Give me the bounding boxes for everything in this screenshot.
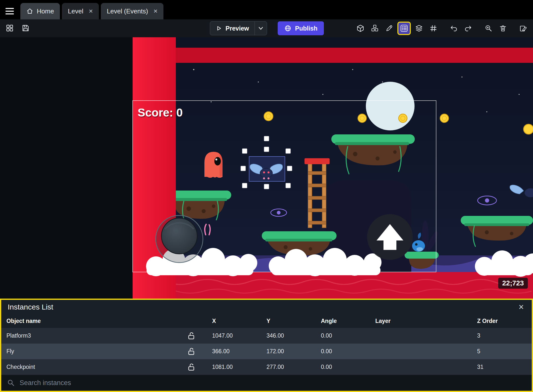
grid-icon — [429, 24, 437, 32]
undo-button[interactable] — [448, 22, 460, 35]
preview-label: Preview — [226, 25, 249, 32]
instances-panel-title: Instances List — [8, 303, 517, 311]
tab-level-label: Level — [68, 7, 83, 15]
tab-level-events-label: Level (Events) — [107, 7, 148, 15]
close-icon[interactable]: × — [153, 8, 157, 15]
search-input[interactable] — [19, 379, 526, 387]
delete-button[interactable] — [497, 22, 509, 35]
app-window: Home Level × Level (Events) × — [0, 0, 533, 392]
column-z-order: Z Order — [471, 318, 532, 324]
pencil-icon — [385, 24, 393, 32]
save-icon — [22, 24, 30, 32]
column-x: X — [206, 318, 261, 324]
toolbar: Preview Publish — [0, 19, 533, 37]
publish-label: Publish — [295, 25, 317, 32]
instance-name: Platform3 — [1, 332, 176, 339]
objects-button[interactable] — [369, 22, 381, 35]
instance-x: 1047.00 — [206, 332, 261, 339]
instances-list-button[interactable] — [399, 23, 410, 34]
instances-list-icon — [400, 24, 408, 32]
close-icon[interactable]: × — [89, 8, 93, 15]
table-row[interactable]: Fly 366.00 172.00 0.00 5 — [1, 344, 532, 359]
table-row[interactable]: Platform3 1047.00 346.00 0.00 3 — [1, 328, 532, 344]
score-hud-text: Score: 0 — [138, 106, 183, 119]
zoom-in-icon — [485, 24, 493, 32]
tab-home-label: Home — [37, 7, 54, 15]
instances-table-header: Object name X Y Angle Layer Z Order — [1, 314, 532, 328]
trash-icon — [499, 24, 507, 32]
tab-level[interactable]: Level × — [62, 3, 99, 19]
scene-art — [0, 37, 533, 299]
lock-icon[interactable] — [188, 363, 195, 371]
publish-button[interactable]: Publish — [278, 21, 324, 35]
instance-z-order: 5 — [471, 348, 532, 355]
instances-list-highlight — [397, 22, 411, 35]
preview-button-group: Preview — [210, 21, 267, 35]
layers-button[interactable] — [413, 22, 425, 35]
instance-angle: 0.00 — [315, 364, 369, 370]
tab-level-events[interactable]: Level (Events) × — [101, 3, 164, 19]
menu-icon[interactable] — [5, 8, 14, 14]
instance-x: 1081.00 — [206, 364, 261, 370]
layers-icon — [415, 24, 423, 32]
play-icon — [216, 25, 222, 32]
instances-panel: Instances List × Object name X Y Angle L… — [0, 299, 533, 392]
moon-sprite[interactable] — [366, 82, 415, 130]
player-sprite[interactable] — [204, 152, 223, 178]
column-layer: Layer — [369, 318, 471, 324]
tab-home[interactable]: Home — [20, 3, 60, 19]
instance-y: 172.00 — [261, 348, 315, 355]
chevron-down-icon — [259, 27, 263, 30]
red-strip-sprite[interactable] — [133, 48, 533, 63]
cursor-coordinates-badge: 22;723 — [498, 278, 528, 289]
instance-y: 277.00 — [261, 364, 315, 370]
joystick-control[interactable] — [156, 215, 203, 263]
preview-button[interactable]: Preview — [210, 22, 255, 35]
edit-object-button[interactable] — [383, 22, 395, 35]
grid-button[interactable] — [427, 22, 440, 35]
edit-scene-icon — [519, 24, 527, 32]
close-icon[interactable]: × — [517, 303, 525, 312]
column-angle: Angle — [315, 318, 369, 324]
redo-icon — [464, 24, 472, 32]
objects-icon — [371, 24, 379, 32]
instance-angle: 0.00 — [315, 348, 369, 355]
save-button[interactable] — [19, 22, 32, 34]
toolbar-right-icons — [354, 21, 530, 35]
instances-search-bar — [1, 375, 532, 391]
instance-z-order: 31 — [471, 364, 532, 370]
instance-y: 346.00 — [261, 332, 315, 339]
column-object-name: Object name — [1, 318, 176, 324]
lock-icon[interactable] — [188, 332, 195, 340]
table-row[interactable]: Checkpoint 1081.00 277.00 0.00 31 — [1, 359, 532, 375]
preview-options-button[interactable] — [255, 22, 267, 35]
jump-button-control[interactable] — [367, 214, 413, 260]
redo-button[interactable] — [462, 22, 474, 35]
globe-icon — [284, 25, 292, 32]
project-manager-button[interactable] — [3, 22, 16, 34]
lock-icon[interactable] — [188, 347, 195, 356]
cube-icon — [356, 24, 364, 32]
3d-box-button[interactable] — [354, 22, 367, 35]
instance-x: 366.00 — [206, 348, 261, 355]
tab-bar: Home Level × Level (Events) × — [0, 0, 533, 19]
instance-name: Fly — [1, 348, 176, 355]
instance-angle: 0.00 — [315, 332, 369, 339]
search-icon — [7, 379, 15, 387]
column-y: Y — [261, 318, 315, 324]
scene-editor-canvas[interactable]: Score: 0 22;723 — [0, 37, 533, 299]
zoom-button[interactable] — [482, 22, 495, 35]
undo-icon — [450, 24, 458, 32]
layout-icon — [6, 24, 14, 32]
instance-z-order: 3 — [471, 332, 532, 339]
home-icon — [26, 8, 33, 15]
instance-name: Checkpoint — [1, 364, 176, 370]
edit-scene-button[interactable] — [517, 22, 530, 35]
